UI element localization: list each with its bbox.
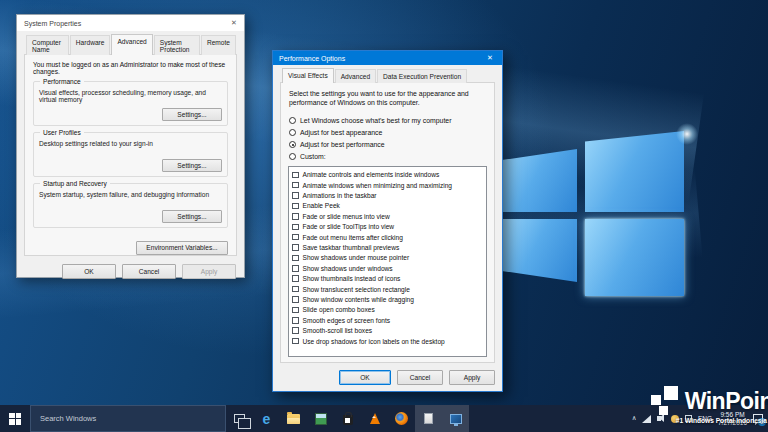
taskbar-photos-button[interactable] xyxy=(307,405,334,432)
visual-effect-option[interactable]: Use drop shadows for icon labels on the … xyxy=(292,336,486,346)
system-properties-titlebar[interactable]: System Properties ✕ xyxy=(17,15,244,31)
cancel-button[interactable]: Cancel xyxy=(122,264,176,279)
user-profiles-settings-button[interactable]: Settings... xyxy=(162,159,222,172)
tab-visual-effects[interactable]: Visual Effects xyxy=(282,68,334,83)
environment-variables-button[interactable]: Environment Variables... xyxy=(136,241,228,255)
clock[interactable]: 9:56 PM 7/27/2016 xyxy=(718,411,747,427)
edge-icon: e xyxy=(263,412,271,426)
checkbox-icon xyxy=(292,203,299,210)
network-icon[interactable] xyxy=(642,415,651,423)
visual-effect-option[interactable]: Smooth edges of screen fonts xyxy=(292,315,486,325)
tab-hardware[interactable]: Hardware xyxy=(70,35,111,55)
checkbox-icon xyxy=(292,296,299,303)
system-properties-buttons: OK Cancel Apply xyxy=(17,256,244,279)
tab-data-execution-prevention[interactable]: Data Execution Prevention xyxy=(377,69,467,83)
language-indicator[interactable]: ENG xyxy=(698,415,712,422)
group-label: Startup and Recovery xyxy=(40,180,110,187)
visual-effect-option[interactable]: Save taskbar thumbnail previews xyxy=(292,242,486,252)
radio-icon xyxy=(289,153,296,160)
cancel-button[interactable]: Cancel xyxy=(397,370,443,385)
dialog-title: Performance Options xyxy=(279,55,345,62)
checkbox-icon xyxy=(292,317,299,324)
visual-effect-option[interactable]: Animate windows when minimizing and maxi… xyxy=(292,180,486,190)
radio-custom[interactable]: Custom: xyxy=(289,151,487,163)
tab-advanced[interactable]: Advanced xyxy=(335,69,376,83)
ok-button[interactable]: OK xyxy=(62,264,116,279)
visual-effect-option[interactable]: Fade or slide ToolTips into view xyxy=(292,222,486,232)
ok-button[interactable]: OK xyxy=(339,370,391,385)
checkbox-icon xyxy=(292,286,299,293)
photos-icon xyxy=(315,413,327,425)
visual-effect-option[interactable]: Animate controls and elements inside win… xyxy=(292,170,486,180)
performance-options-titlebar[interactable]: Performance Options ✕ xyxy=(273,51,502,65)
group-description: Visual effects, processor scheduling, me… xyxy=(39,89,222,103)
visual-effect-option[interactable]: Show shadows under mouse pointer xyxy=(292,253,486,263)
visual-effects-intro-text: Select the settings you want to use for … xyxy=(289,89,491,108)
start-button[interactable] xyxy=(0,405,30,432)
apply-button[interactable]: Apply xyxy=(182,264,236,279)
visual-effect-option[interactable]: Enable Peek xyxy=(292,201,486,211)
taskbar-store-button[interactable] xyxy=(334,405,361,432)
environment-variables-row: Environment Variables... xyxy=(33,236,228,255)
visual-effect-option[interactable]: Show thumbnails instead of icons xyxy=(292,274,486,284)
radio-let-windows-choose[interactable]: Let Windows choose what's best for my co… xyxy=(289,115,487,127)
group-description: Desktop settings related to your sign-in xyxy=(39,140,222,147)
windows-logo-pane xyxy=(585,131,684,212)
radio-best-appearance[interactable]: Adjust for best appearance xyxy=(289,127,487,139)
taskbar-file-explorer-button[interactable] xyxy=(280,405,307,432)
hidden-icons-chevron-icon[interactable]: ∧ xyxy=(632,415,637,422)
radio-best-performance[interactable]: Adjust for best performance xyxy=(289,139,487,151)
volume-icon[interactable] xyxy=(657,416,661,421)
dialog-title: System Properties xyxy=(24,20,81,27)
taskbar: e ∧ ENG 9:56 PM xyxy=(0,405,768,432)
group-description: System startup, system failure, and debu… xyxy=(39,191,222,198)
date-text: 7/27/2016 xyxy=(718,419,747,427)
apply-button[interactable]: Apply xyxy=(449,370,495,385)
visual-effect-option[interactable]: Smooth-scroll list boxes xyxy=(292,325,486,335)
performance-settings-button[interactable]: Settings... xyxy=(162,108,222,121)
tab-remote[interactable]: Remote xyxy=(201,35,236,55)
store-icon xyxy=(343,415,353,425)
checkbox-icon xyxy=(292,338,299,345)
startup-recovery-settings-button[interactable]: Settings... xyxy=(162,210,222,223)
windows-logo-glint xyxy=(676,123,698,145)
visual-effects-listbox[interactable]: Animate controls and elements inside win… xyxy=(288,166,487,357)
close-icon[interactable]: ✕ xyxy=(478,51,502,65)
visual-effect-option[interactable]: Show shadows under windows xyxy=(292,263,486,273)
checkbox-icon xyxy=(292,244,299,251)
performance-options-body: Visual Effects Advanced Data Execution P… xyxy=(273,65,502,391)
checkbox-icon xyxy=(292,192,299,199)
tab-computer-name[interactable]: Computer Name xyxy=(26,35,69,55)
taskbar-vlc-button[interactable] xyxy=(361,405,388,432)
search-input[interactable] xyxy=(30,405,226,432)
checkbox-icon xyxy=(292,234,299,241)
checkbox-icon xyxy=(292,275,299,282)
radio-icon xyxy=(289,117,296,124)
system-properties-tabs: Computer Name Hardware Advanced System P… xyxy=(26,35,237,55)
visual-effect-option[interactable]: Show window contents while dragging xyxy=(292,294,486,304)
tab-system-protection[interactable]: System Protection xyxy=(154,35,200,55)
tray-app-icon[interactable] xyxy=(671,415,679,423)
startup-recovery-group: Startup and Recovery System startup, sys… xyxy=(33,183,228,228)
taskbar-open-system-app[interactable] xyxy=(442,405,469,432)
close-icon[interactable]: ✕ xyxy=(224,15,244,31)
visual-effect-option[interactable]: Slide open combo boxes xyxy=(292,305,486,315)
windows-logo-pane xyxy=(585,219,684,296)
task-view-button[interactable] xyxy=(226,405,253,432)
taskbar-open-document-app[interactable] xyxy=(415,405,442,432)
taskbar-edge-button[interactable]: e xyxy=(253,405,280,432)
system-tray: ∧ ENG 9:56 PM 7/27/2016 2 xyxy=(632,411,768,427)
action-center-icon[interactable]: 2 xyxy=(753,414,763,423)
windows-start-icon xyxy=(9,413,21,425)
visual-effect-option[interactable]: Animations in the taskbar xyxy=(292,190,486,200)
performance-options-dialog: Performance Options ✕ Visual Effects Adv… xyxy=(272,50,503,392)
visual-effect-option[interactable]: Show translucent selection rectangle xyxy=(292,284,486,294)
visual-effect-option[interactable]: Fade out menu items after clicking xyxy=(292,232,486,242)
tray-app-icon[interactable] xyxy=(685,415,692,422)
performance-options-buttons: OK Cancel Apply xyxy=(280,363,495,385)
visual-effect-option[interactable]: Fade or slide menus into view xyxy=(292,211,486,221)
taskbar-firefox-button[interactable] xyxy=(388,405,415,432)
time-text: 9:56 PM xyxy=(718,411,747,419)
vlc-icon xyxy=(370,413,380,424)
tab-advanced[interactable]: Advanced xyxy=(111,34,152,55)
